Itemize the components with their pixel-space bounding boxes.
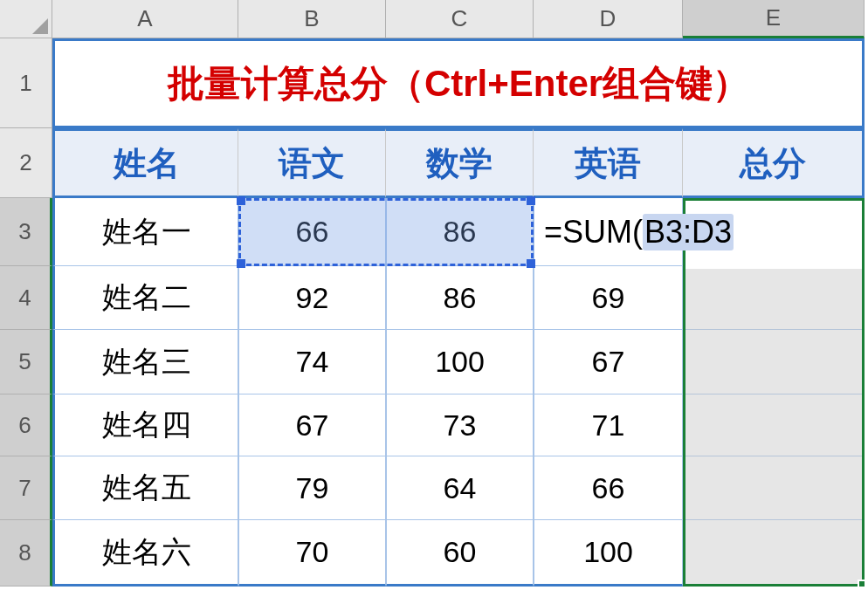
cell-C5[interactable]: 100 — [386, 330, 534, 394]
column-headers: ABCDE — [52, 0, 865, 38]
header-B[interactable]: 语文 — [238, 128, 386, 198]
header-A[interactable]: 姓名 — [52, 128, 238, 198]
cell-E3[interactable] — [683, 198, 865, 266]
cell-E8[interactable] — [683, 520, 865, 587]
row-header-3[interactable]: 3 — [0, 198, 52, 266]
cell-B5[interactable]: 74 — [238, 330, 386, 394]
cell-D3[interactable] — [534, 198, 683, 266]
title-cell[interactable]: 批量计算总分（Ctrl+Enter组合键） — [52, 38, 865, 128]
row-header-6[interactable]: 6 — [0, 394, 52, 456]
header-C[interactable]: 数学 — [386, 128, 534, 198]
cell-D6[interactable]: 71 — [534, 394, 683, 456]
cell-C7[interactable]: 64 — [386, 456, 534, 520]
cell-A4[interactable]: 姓名二 — [52, 266, 238, 330]
cell-D5[interactable]: 67 — [534, 330, 683, 394]
cell-B3[interactable]: 66 — [238, 198, 386, 266]
cell-A7[interactable]: 姓名五 — [52, 456, 238, 520]
row-header-7[interactable]: 7 — [0, 456, 52, 520]
spreadsheet: ABCDE 12345678 批量计算总分（Ctrl+Enter组合键）姓名语文… — [0, 0, 868, 590]
cell-C6[interactable]: 73 — [386, 394, 534, 456]
column-header-E[interactable]: E — [683, 0, 865, 38]
cell-B4[interactable]: 92 — [238, 266, 386, 330]
header-E[interactable]: 总分 — [683, 128, 865, 198]
column-header-A[interactable]: A — [52, 0, 238, 38]
cell-B7[interactable]: 79 — [238, 456, 386, 520]
row-header-4[interactable]: 4 — [0, 266, 52, 330]
cell-E5[interactable] — [683, 330, 865, 394]
row-header-8[interactable]: 8 — [0, 520, 52, 587]
cell-A3[interactable]: 姓名一 — [52, 198, 238, 266]
cell-E6[interactable] — [683, 394, 865, 456]
cell-D4[interactable]: 69 — [534, 266, 683, 330]
row-header-1[interactable]: 1 — [0, 38, 52, 128]
cell-E7[interactable] — [683, 456, 865, 520]
cell-C4[interactable]: 86 — [386, 266, 534, 330]
column-header-D[interactable]: D — [534, 0, 683, 38]
cell-grid: 批量计算总分（Ctrl+Enter组合键）姓名语文数学英语总分姓名一6686姓名… — [52, 38, 865, 587]
cell-C3[interactable]: 86 — [386, 198, 534, 266]
row-header-5[interactable]: 5 — [0, 330, 52, 394]
cell-A6[interactable]: 姓名四 — [52, 394, 238, 456]
row-headers: 12345678 — [0, 38, 52, 587]
header-D[interactable]: 英语 — [534, 128, 683, 198]
row-header-2[interactable]: 2 — [0, 128, 52, 198]
cell-A8[interactable]: 姓名六 — [52, 520, 238, 587]
cell-B8[interactable]: 70 — [238, 520, 386, 587]
cell-D8[interactable]: 100 — [534, 520, 683, 587]
cell-A5[interactable]: 姓名三 — [52, 330, 238, 394]
select-all-corner[interactable] — [0, 0, 52, 38]
column-header-C[interactable]: C — [386, 0, 534, 38]
cell-C8[interactable]: 60 — [386, 520, 534, 587]
cell-E4[interactable] — [683, 266, 865, 330]
cell-B6[interactable]: 67 — [238, 394, 386, 456]
column-header-B[interactable]: B — [238, 0, 386, 38]
cell-D7[interactable]: 66 — [534, 456, 683, 520]
